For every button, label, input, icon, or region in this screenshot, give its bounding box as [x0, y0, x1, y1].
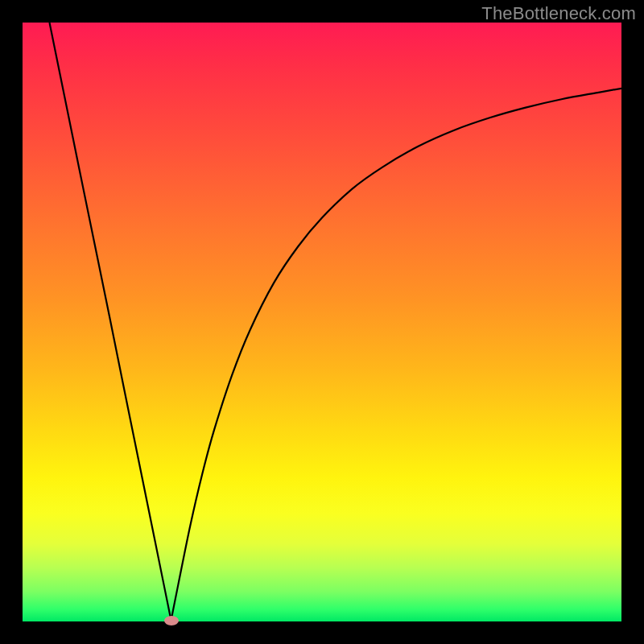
bottleneck-curve — [49, 23, 621, 621]
curve-svg — [23, 23, 621, 621]
chart-frame: TheBottleneck.com — [0, 0, 644, 644]
minimum-marker — [164, 616, 179, 625]
plot-area — [23, 23, 621, 621]
watermark-text: TheBottleneck.com — [481, 3, 636, 24]
